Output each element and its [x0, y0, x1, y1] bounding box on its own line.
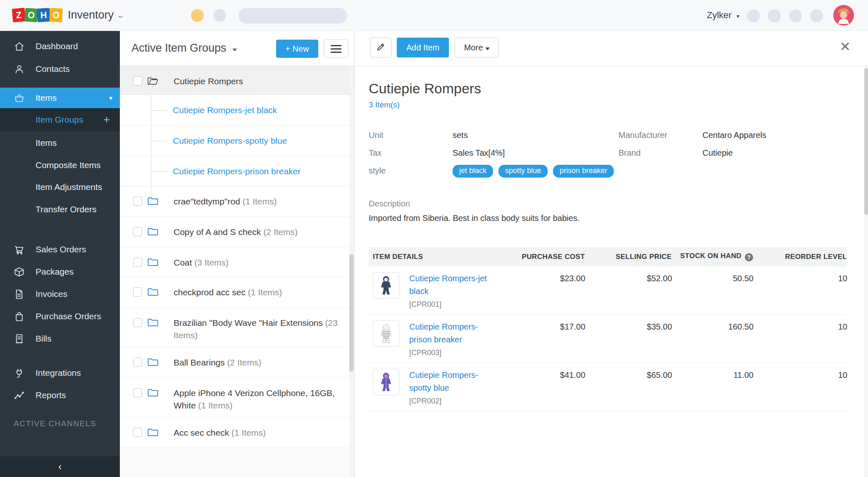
folder-icon: [147, 257, 159, 267]
help-icon[interactable]: ?: [745, 253, 753, 261]
group-name: Brazilian "Body Wave "Hair Extensions (2…: [174, 317, 346, 342]
row-checkbox[interactable]: [133, 287, 142, 297]
group-name: Ball Bearings (2 Items): [174, 356, 261, 369]
item-link[interactable]: Cutiepie Rompers-jet black: [409, 272, 498, 298]
search-bar[interactable]: [238, 8, 347, 24]
list-menu-button[interactable]: [324, 40, 348, 58]
sidebar-item-label: Packages: [36, 267, 74, 277]
item-count: (3 Items): [194, 258, 229, 267]
sidebar-collapse-button[interactable]: ‹: [0, 456, 120, 477]
notification-dot-icon[interactable]: [191, 9, 204, 22]
sidebar-item-dashboard[interactable]: Dashboard: [0, 35, 120, 57]
list-filter-dropdown[interactable]: Active Item Groups ▾: [131, 42, 236, 55]
row-checkbox[interactable]: [133, 258, 142, 267]
group-row[interactable]: Coat (3 Items): [120, 247, 354, 277]
org-name: Zylker: [707, 10, 732, 20]
group-row[interactable]: Apple iPhone 4 Verizon Cellphone, 16GB, …: [120, 378, 354, 418]
new-item-group-button[interactable]: + New: [276, 40, 318, 58]
sidebar-item-reports[interactable]: Reports: [0, 384, 120, 406]
scrollbar-thumb[interactable]: [349, 254, 354, 372]
org-switcher[interactable]: Zylker ▾: [707, 10, 739, 21]
group-row[interactable]: checkprod acc sec (1 Items): [120, 277, 354, 308]
topbar-icon-placeholder[interactable]: [810, 9, 823, 22]
topbar-dot-icon[interactable]: [213, 9, 226, 22]
group-name: Copy of A and S check (2 Items): [174, 226, 298, 238]
item-thumbnail: [373, 369, 399, 395]
item-count: (2 Items): [263, 227, 298, 237]
sidebar-item-purchase-orders[interactable]: Purchase Orders: [0, 305, 120, 327]
item-link[interactable]: Cutiepie Rompers-prison breaker: [173, 165, 300, 178]
group-child-item[interactable]: Cutiepie Rompers-spotty blue: [120, 126, 354, 156]
sidebar-subitem-transfer-orders[interactable]: Transfer Orders: [0, 198, 120, 221]
group-child-item[interactable]: Cutiepie Rompers-jet black: [120, 95, 354, 126]
user-avatar[interactable]: [833, 5, 854, 26]
group-row[interactable]: Ball Bearings (2 Items): [120, 347, 354, 378]
group-title: Cutiepie Rompers: [369, 81, 847, 97]
prison-breaker-romper-image: [378, 324, 394, 344]
row-checkbox[interactable]: [133, 428, 142, 437]
items-count-link[interactable]: 3 Item(s): [369, 100, 400, 109]
item-link[interactable]: Cutiepie Rompers-spotty blue: [173, 135, 287, 147]
item-link[interactable]: Cutiepie Rompers-prison breaker: [409, 320, 498, 346]
sidebar-item-label: Bills: [36, 334, 52, 344]
sidebar-item-label: Contacts: [36, 64, 70, 74]
person-icon: [14, 64, 25, 75]
folder-icon: [147, 357, 159, 367]
row-checkbox[interactable]: [133, 388, 142, 397]
group-row[interactable]: Acc sec check (1 Items): [120, 418, 354, 448]
chevron-down-icon[interactable]: ⌄: [116, 11, 125, 20]
row-checkbox[interactable]: [133, 227, 142, 236]
item-row[interactable]: Cutiepie Rompers-prison breaker [CPR003]…: [369, 315, 847, 363]
sidebar-item-items[interactable]: Items ▾: [0, 88, 120, 108]
topbar-icon-placeholder[interactable]: [768, 9, 781, 22]
sidebar-subitem-items[interactable]: Items: [0, 132, 120, 154]
add-item-button[interactable]: Add Item: [397, 38, 449, 57]
list-scrollbar[interactable]: [349, 66, 354, 477]
scrollbar-thumb[interactable]: [864, 68, 868, 215]
edit-button[interactable]: [370, 38, 391, 57]
item-link[interactable]: Cutiepie Rompers-jet black: [173, 104, 277, 116]
folder-icon: [147, 227, 159, 237]
item-row[interactable]: Cutiepie Rompers-spotty blue [CPR002] $4…: [369, 363, 847, 411]
row-checkbox[interactable]: [133, 318, 142, 327]
item-row[interactable]: Cutiepie Rompers-jet black [CPR001] $23.…: [369, 266, 847, 315]
item-sku: [CPR002]: [409, 397, 498, 406]
sidebar-item-invoices[interactable]: Invoices: [0, 283, 120, 305]
sidebar-subitem-item-adjustments[interactable]: Item Adjustments: [0, 176, 120, 198]
item-count: (1 Items): [231, 428, 266, 437]
tax-label: Tax: [369, 147, 453, 158]
close-icon[interactable]: ✕: [839, 40, 851, 53]
chevron-down-icon: ▾: [486, 45, 490, 52]
detail-scrollbar[interactable]: [864, 66, 868, 477]
hamburger-icon: [331, 45, 341, 46]
more-button[interactable]: More▾: [455, 38, 498, 57]
sidebar-subitem-item-groups[interactable]: Item Groups +: [0, 108, 120, 131]
sidebar-item-label: Dashboard: [36, 41, 78, 51]
row-checkbox[interactable]: [133, 358, 142, 367]
topbar-icon-placeholder[interactable]: [747, 9, 760, 22]
style-chips: jet black spotty blue prison breaker: [453, 165, 614, 178]
group-row-selected[interactable]: Cutiepie Rompers: [120, 66, 354, 95]
group-name: Apple iPhone 4 Verizon Cellphone, 16GB, …: [174, 387, 346, 412]
sidebar-item-packages[interactable]: Packages: [0, 261, 120, 283]
group-child-item[interactable]: Cutiepie Rompers-prison breaker: [120, 156, 354, 186]
plus-icon[interactable]: +: [103, 113, 110, 126]
item-link[interactable]: Cutiepie Rompers-spotty blue: [409, 369, 498, 394]
sidebar-item-sales-orders[interactable]: Sales Orders: [0, 238, 120, 261]
sidebar-item-bills[interactable]: Bills: [0, 327, 120, 350]
group-row[interactable]: Copy of A and S check (2 Items): [120, 217, 354, 247]
sidebar-subitem-composite-items[interactable]: Composite Items: [0, 154, 120, 176]
group-row[interactable]: crae"tedtymp"rod (1 Items): [120, 186, 354, 217]
detail-header: Add Item More▾ ✕: [355, 31, 868, 66]
topbar-icon-placeholder[interactable]: [789, 9, 802, 22]
zoho-inventory-logo[interactable]: Z O H O Inventory ⌄: [12, 8, 124, 22]
sidebar-item-integrations[interactable]: Integrations: [0, 362, 120, 384]
cart-icon: [14, 244, 25, 255]
row-checkbox[interactable]: [133, 197, 142, 206]
group-row[interactable]: Brazilian "Body Wave "Hair Extensions (2…: [120, 308, 354, 347]
app-name: Inventory: [68, 9, 114, 21]
sidebar-subitem-label: Item Groups: [36, 115, 83, 125]
row-checkbox[interactable]: [133, 76, 142, 85]
sidebar-item-contacts[interactable]: Contacts: [0, 58, 120, 80]
item-sku: [CPR003]: [409, 349, 498, 357]
